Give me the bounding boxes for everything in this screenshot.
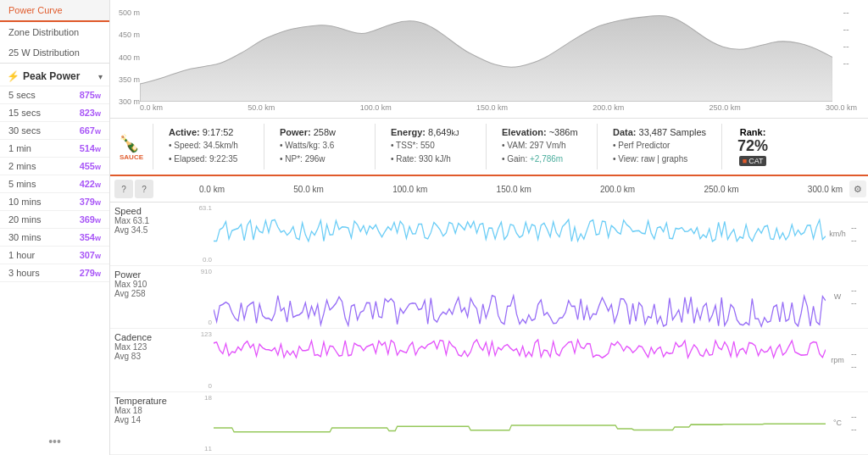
chart-yaxis-power: 910 0 [195, 266, 214, 329]
stats-tss-line: • TSS*: 550 [391, 139, 470, 153]
stats-active-title: Active: 9:17:52 [169, 127, 248, 137]
stats-watts-line: • Watts/kg: 3.6 [280, 139, 359, 153]
sauce-logo: 🍾 SAUCE [119, 133, 144, 161]
elevation-x-label: 250.0 km [709, 103, 741, 112]
chart-label-speed: Speed Max 63.1 Avg 34.5 [110, 203, 195, 265]
chart-row-speed: Speed Max 63.1 Avg 34.5 63.1 0.0 km/h --… [110, 203, 868, 266]
y-bottom: 0 [209, 382, 212, 390]
chart-km-label: 250.0 km [704, 185, 738, 194]
stats-bar: 🍾 SAUCE Active: 9:17:52 • Speed: 34.5km/… [110, 119, 868, 176]
stats-energy-group: Energy: 8,649kJ • TSS*: 550 • Rate: 930 … [384, 127, 477, 166]
stats-perf-line: • Perf Predictor [613, 139, 706, 153]
chart-row-cadence: Cadence Max 123 Avg 83 123 0 rpm -- -- [110, 329, 868, 392]
chart-yaxis-speed: 63.1 0.0 [195, 203, 214, 265]
sauce-bottle-icon: 🍾 [119, 133, 144, 153]
elevation-chart: 500 m450 m400 m350 m300 m [110, 0, 868, 119]
stats-data-group: Data: 33,487 Samples • Perf Predictor • … [606, 127, 713, 166]
chart-label-power: Power Max 910 Avg 258 [110, 266, 195, 329]
stats-divider-6 [721, 124, 722, 169]
chart-yaxis-temperature: 18 11 [195, 392, 214, 455]
chart-name-power: Power [114, 269, 191, 280]
peak-power-header: ⚡ Peak Power ▾ [0, 64, 109, 86]
chart-row-temperature: Temperature Max 18 Avg 14 18 11 °C -- -- [110, 392, 868, 456]
power-list: 5 secs875w15 secs823w30 secs667w1 min514… [0, 86, 109, 428]
chart-name-cadence: Cadence [114, 332, 191, 342]
power-row-30-mins[interactable]: 30 mins354w [0, 229, 109, 247]
dash-1: -- [843, 7, 860, 17]
stats-vam-line: • VAM: 297 Vm/h [502, 139, 581, 153]
stats-elevation-group: Elevation: ~386m • VAM: 297 Vm/h • Gain:… [495, 127, 588, 166]
rank-value: 72% [737, 137, 768, 155]
chart-label-cadence: Cadence Max 123 Avg 83 [110, 329, 195, 391]
elevation-y-label: 450 m [119, 31, 140, 39]
stats-divider-1 [153, 124, 153, 169]
chart-unit-power: W [826, 266, 849, 329]
elevation-x-label: 200.0 km [593, 103, 624, 112]
power-row-3-hours[interactable]: 3 hours279w [0, 264, 109, 282]
chart-dashes-temperature: -- -- [849, 392, 868, 455]
y-top: 18 [204, 394, 212, 402]
chart-km-label: 0.0 km [199, 185, 225, 194]
peak-power-icon: ⚡ [7, 70, 19, 82]
chart-km-label: 200.0 km [600, 185, 635, 194]
cat-badge: ■CAT [739, 156, 767, 166]
sidebar-dots: ••• [0, 428, 109, 455]
peak-power-label: Peak Power [23, 70, 98, 82]
power-row-10-mins[interactable]: 10 mins379w [0, 193, 109, 211]
power-row-2-mins[interactable]: 2 mins455w [0, 158, 109, 175]
y-top: 63.1 [198, 204, 212, 212]
chart-avg-speed: Avg 34.5 [114, 225, 191, 235]
sidebar-item-power-curve[interactable]: Power Curve [0, 0, 109, 22]
chart-max-temperature: Max 18 [114, 406, 191, 415]
chart-name-speed: Speed [114, 206, 191, 216]
chart-label-temperature: Temperature Max 18 Avg 14 [110, 392, 195, 455]
stats-divider-2 [264, 124, 264, 169]
power-row-15-secs[interactable]: 15 secs823w [0, 104, 109, 122]
chart-dashes-power: -- -- [849, 266, 868, 329]
y-bottom: 11 [204, 445, 212, 452]
power-row-20-mins[interactable]: 20 mins369w [0, 211, 109, 229]
elevation-y-axis: 500 m450 m400 m350 m300 m [119, 8, 140, 106]
power-row-5-secs[interactable]: 5 secs875w [0, 86, 109, 104]
chart-row-power: Power Max 910 Avg 258 910 0 W -- -- [110, 266, 868, 330]
settings-icon[interactable]: ⚙ [849, 180, 866, 197]
top-right-dashes: -- -- -- -- [839, 4, 864, 102]
chart-help-icon-2[interactable]: ? [135, 180, 153, 198]
chart-km-label: 150.0 km [497, 185, 531, 194]
stats-active-group: Active: 9:17:52 • Speed: 34.5km/h • Elap… [162, 127, 255, 166]
sidebar-nav: Power Curve Zone Distribution 25 W Distr… [0, 0, 109, 64]
stats-gain-line: • Gain: +2,786m [502, 153, 581, 166]
sidebar-item-25w-distribution[interactable]: 25 W Distribution [0, 42, 109, 63]
chart-unit-temperature: °C [826, 392, 849, 455]
stats-data-title: Data: 33,487 Samples [613, 127, 706, 137]
stats-power-group: Power: 258w • Watts/kg: 3.6 • NP*: 296w [273, 127, 366, 166]
stats-rate-line: • Rate: 930 kJ/h [391, 153, 470, 166]
chart-yaxis-cadence: 123 0 [195, 329, 214, 391]
elevation-svg-area [140, 4, 832, 102]
stats-view-line: • View: raw | graphs [613, 153, 706, 166]
chart-name-temperature: Temperature [114, 396, 191, 406]
chart-settings-button[interactable]: ⚙ [847, 180, 868, 197]
sidebar-item-zone-distribution[interactable]: Zone Distribution [0, 22, 109, 42]
rank-label: Rank: [737, 127, 768, 137]
power-row-5-mins[interactable]: 5 mins422w [0, 175, 109, 193]
elevation-y-label: 500 m [119, 8, 140, 17]
sauce-label: SAUCE [119, 153, 144, 161]
chart-avg-temperature: Avg 14 [114, 415, 191, 424]
chart-dashes-speed: -- -- [849, 203, 868, 265]
y-bottom: 0 [209, 319, 212, 326]
elevation-x-label: 50.0 km [248, 103, 275, 112]
stats-power-title: Power: 258w [280, 127, 359, 137]
power-row-1-min[interactable]: 1 min514w [0, 140, 109, 158]
power-row-1-hour[interactable]: 1 hour307w [0, 247, 109, 264]
stats-np-line: • NP*: 296w [280, 153, 359, 166]
chart-km-label: 300.0 km [808, 185, 843, 194]
peak-power-dropdown[interactable]: ▾ [98, 72, 103, 81]
power-row-30-secs[interactable]: 30 secs667w [0, 122, 109, 140]
dash-2: -- [843, 24, 860, 34]
y-bottom: 0.0 [203, 256, 212, 264]
charts-area: ? ? 0.0 km50.0 km100.0 km150.0 km200.0 k… [110, 176, 868, 455]
y-top: 123 [201, 330, 212, 338]
chart-help-icon-1[interactable]: ? [114, 180, 133, 198]
dash-4: -- [843, 58, 860, 68]
